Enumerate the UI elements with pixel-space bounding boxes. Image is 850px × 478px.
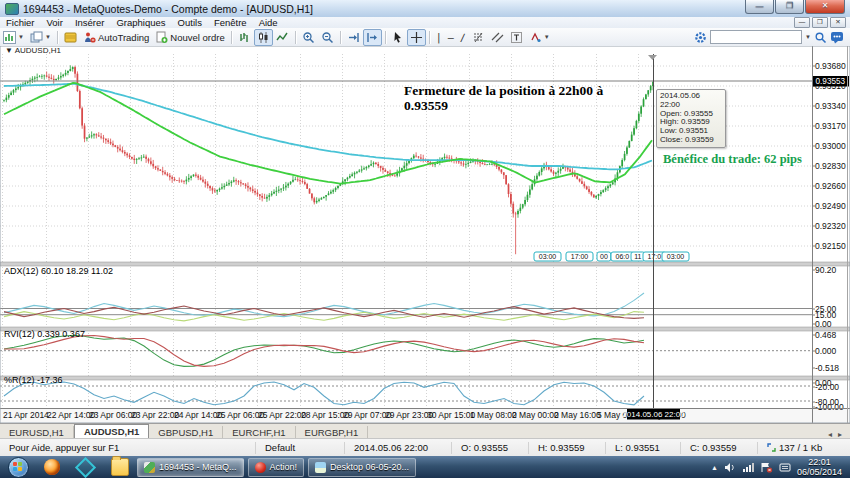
tray-expand-icon[interactable]: ▲ — [711, 464, 718, 471]
arrows-tool[interactable]: ▼ — [526, 29, 553, 46]
terminal-button[interactable] — [61, 29, 80, 46]
pane-label-ADX: ADX(12) 60.10 18.29 11.02 — [4, 266, 113, 276]
svg-text:0.92320: 0.92320 — [815, 221, 846, 231]
candle-tooltip: 2014.05.06 22:00 Open: 0.93555 High: 0.9… — [656, 89, 726, 148]
chevron-down-icon: ▼ — [45, 34, 51, 40]
metatrader-icon — [144, 462, 155, 473]
svg-text:-0.518: -0.518 — [815, 363, 839, 373]
text-icon — [510, 31, 523, 44]
menu-fentre[interactable]: Fenêtre — [208, 17, 253, 28]
taskbar-button-picture[interactable]: Desktop 06-05-20... — [308, 458, 416, 477]
new-chart-button[interactable]: ▼ — [0, 29, 27, 46]
pane-splitter[interactable] — [0, 376, 850, 380]
chevron-down-icon: ▼ — [544, 34, 550, 40]
menu-outils[interactable]: Outils — [172, 17, 208, 28]
taskbar-clock[interactable]: 22:01 06/05/2014 — [797, 457, 842, 477]
svg-text:0.93170: 0.93170 — [815, 121, 846, 131]
clock-time: 22:01 — [797, 457, 842, 467]
fibonacci-tool[interactable] — [469, 29, 488, 46]
autotrading-button[interactable]: AutoTrading — [80, 29, 152, 46]
svg-text:30 Apr 15:00: 30 Apr 15:00 — [427, 410, 475, 420]
maximize-button[interactable]: ❐ — [775, 0, 804, 14]
crosshair-time-tag: 2014.05.06 22:00 — [622, 409, 685, 420]
explorer-folder-icon[interactable] — [111, 458, 129, 476]
task-buttons: 1694453 - MetaQ...Action!Desktop 06-05-2… — [137, 458, 420, 477]
horizontal-line-tool[interactable]: — — [445, 29, 457, 46]
svg-text:0.000: 0.000 — [815, 346, 837, 356]
profiles-icon — [30, 31, 43, 44]
menu-aide[interactable]: Aide — [253, 17, 284, 28]
svg-text:-20.00: -20.00 — [815, 382, 839, 392]
mdi-window-controls: — ❐ ✕ — [792, 17, 846, 28]
vertical-line-tool[interactable]: | — [433, 29, 445, 46]
taskbar-button-record[interactable]: Action! — [248, 458, 305, 477]
toolbar: ▼ ▼ AutoTrading Nouvel ordre — [0, 28, 850, 47]
new-order-button[interactable]: Nouvel ordre — [152, 29, 227, 46]
menu-insrer[interactable]: Insérer — [69, 17, 111, 28]
search-input[interactable] — [710, 30, 802, 44]
firefox-icon[interactable] — [44, 459, 60, 475]
system-tray: ▲ — [711, 462, 791, 473]
status-high: H: 0.93559 — [528, 442, 605, 454]
community-chat-icon[interactable] — [830, 31, 844, 44]
channel-tool[interactable] — [488, 29, 507, 46]
mdi-close-button[interactable]: ✕ — [830, 17, 846, 28]
svg-text:03:00: 03:00 — [539, 253, 557, 260]
candlestick-chart-button[interactable] — [254, 29, 273, 46]
minimize-button[interactable]: — — [745, 0, 774, 14]
volume-icon[interactable] — [724, 462, 736, 473]
zoom-in-button[interactable] — [299, 29, 318, 46]
connection-icon — [767, 443, 776, 452]
svg-text:0.93680: 0.93680 — [815, 61, 846, 71]
svg-text:2 May 16:00: 2 May 16:00 — [554, 410, 601, 420]
bar-chart-button[interactable] — [235, 29, 254, 46]
metatrader-logo-icon — [5, 3, 19, 15]
crosshair-button[interactable] — [407, 29, 426, 46]
search-icon[interactable] — [814, 31, 827, 44]
network-icon[interactable] — [742, 462, 754, 473]
annotation-line2: 0.93559 — [404, 98, 654, 113]
language-keyboard-icon[interactable] — [779, 462, 791, 473]
mdi-restore-button[interactable]: ❐ — [812, 17, 828, 28]
close-button[interactable]: ✕ — [805, 0, 845, 14]
action-center-flag-icon[interactable] — [760, 462, 773, 473]
pane-splitter[interactable] — [0, 327, 850, 331]
chart-symbol-label[interactable]: ▼ AUDUSD,H1 — [5, 46, 61, 55]
svg-text:0.92490: 0.92490 — [815, 201, 846, 211]
tab-audusdh1[interactable]: AUDUSD,H1 — [74, 424, 149, 439]
profiles-button[interactable]: ▼ — [27, 29, 54, 46]
svg-text:06:0: 06:0 — [615, 253, 629, 260]
windows-logo-icon — [13, 462, 22, 471]
cursor-button[interactable] — [389, 29, 407, 46]
gear-icon[interactable] — [694, 31, 707, 44]
diamond-app-icon[interactable] — [75, 456, 96, 477]
text-tool[interactable] — [507, 29, 526, 46]
trendline-tool[interactable]: ∕ — [457, 29, 469, 46]
search-dropdown-icon[interactable]: ▼ — [805, 34, 811, 40]
cursor-icon — [392, 31, 404, 44]
chart-window[interactable]: 21 Apr 201422 Apr 14:0023 Apr 06:0023 Ap… — [0, 46, 850, 423]
title-bar: 1694453 - MetaQuotes-Demo - Compte demo … — [0, 0, 850, 18]
start-button[interactable] — [8, 457, 29, 478]
application-window: 1694453 - MetaQuotes-Demo - Compte demo … — [0, 0, 850, 478]
auto-scroll-button[interactable] — [363, 29, 382, 46]
new-order-icon — [155, 31, 168, 44]
mdi-minimize-button[interactable]: — — [794, 17, 810, 28]
menu-graphiques[interactable]: Graphiques — [110, 17, 171, 28]
windows-taskbar: 1694453 - MetaQ...Action!Desktop 06-05-2… — [0, 456, 850, 478]
pane-splitter[interactable] — [0, 262, 850, 266]
status-profile[interactable]: Default — [255, 442, 344, 454]
line-chart-icon — [276, 31, 289, 44]
menu-voir[interactable]: Voir — [41, 17, 69, 28]
line-chart-button[interactable] — [273, 29, 292, 46]
chart-shift-button[interactable] — [344, 29, 363, 46]
svg-text:11: 11 — [634, 253, 641, 260]
menu-fichier[interactable]: Fichier — [0, 17, 41, 28]
task-button-label: Desktop 06-05-20... — [330, 462, 409, 472]
svg-text:0.93340: 0.93340 — [815, 101, 846, 111]
taskbar-button-metatrader[interactable]: 1694453 - MetaQ... — [137, 458, 244, 477]
fibonacci-icon — [472, 31, 485, 44]
zoom-out-button[interactable] — [318, 29, 337, 46]
task-button-label: Action! — [270, 462, 298, 472]
auto-scroll-icon — [366, 31, 379, 44]
